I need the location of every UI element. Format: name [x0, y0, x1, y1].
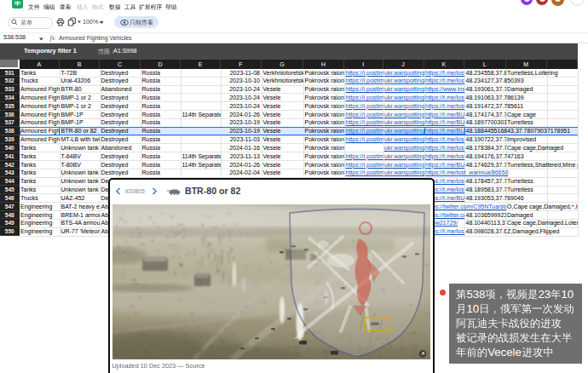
svg-text:23: 23	[538, 287, 551, 300]
svg-text:10: 10	[466, 301, 479, 314]
svg-text:10: 10	[562, 287, 574, 300]
svg-text:538: 538	[466, 287, 485, 300]
svg-text:Vecele: Vecele	[487, 346, 522, 359]
